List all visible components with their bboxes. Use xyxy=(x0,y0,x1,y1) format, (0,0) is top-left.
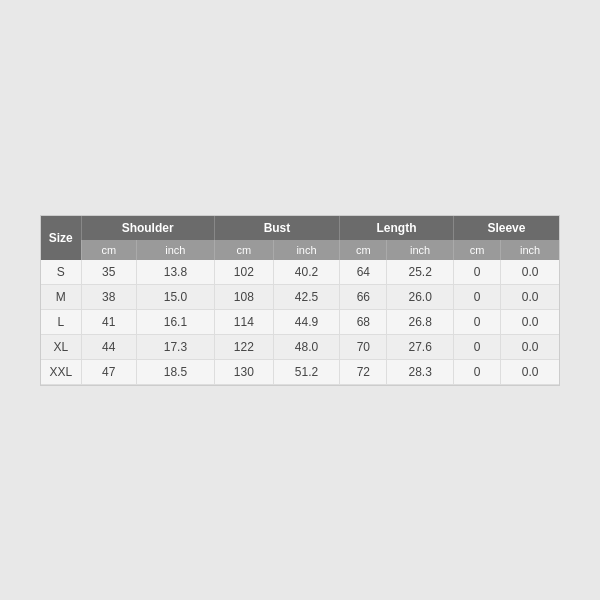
shoulder-cm-cell: 38 xyxy=(81,284,137,309)
shoulder-inch-subheader: inch xyxy=(137,240,215,260)
shoulder-inch-cell: 13.8 xyxy=(137,260,215,285)
sleeve-cm-cell: 0 xyxy=(453,334,500,359)
size-chart-table: Size Shoulder Bust Length Sleeve cm inch… xyxy=(41,216,559,385)
bust-cm-cell: 130 xyxy=(214,359,273,384)
length-inch-subheader: inch xyxy=(387,240,453,260)
length-group-header: Length xyxy=(340,216,454,240)
length-cm-cell: 70 xyxy=(340,334,387,359)
table-row: S3513.810240.26425.200.0 xyxy=(41,260,559,285)
bust-group-header: Bust xyxy=(214,216,339,240)
size-group-header: Size xyxy=(41,216,81,260)
shoulder-cm-cell: 41 xyxy=(81,309,137,334)
length-cm-cell: 64 xyxy=(340,260,387,285)
bust-cm-subheader: cm xyxy=(214,240,273,260)
length-cm-cell: 68 xyxy=(340,309,387,334)
length-inch-cell: 27.6 xyxy=(387,334,453,359)
shoulder-inch-cell: 18.5 xyxy=(137,359,215,384)
bust-inch-cell: 40.2 xyxy=(273,260,339,285)
table-row: M3815.010842.56626.000.0 xyxy=(41,284,559,309)
sleeve-inch-cell: 0.0 xyxy=(501,309,559,334)
size-cell: S xyxy=(41,260,81,285)
subheader-row: cm inch cm inch cm inch cm inch xyxy=(41,240,559,260)
sleeve-inch-cell: 0.0 xyxy=(501,284,559,309)
length-cm-cell: 72 xyxy=(340,359,387,384)
length-inch-cell: 28.3 xyxy=(387,359,453,384)
table-row: XL4417.312248.07027.600.0 xyxy=(41,334,559,359)
table-row: XXL4718.513051.27228.300.0 xyxy=(41,359,559,384)
size-cell: M xyxy=(41,284,81,309)
size-cell: XXL xyxy=(41,359,81,384)
size-chart-container: Size Shoulder Bust Length Sleeve cm inch… xyxy=(40,215,560,386)
shoulder-inch-cell: 16.1 xyxy=(137,309,215,334)
bust-cm-cell: 114 xyxy=(214,309,273,334)
length-inch-cell: 25.2 xyxy=(387,260,453,285)
sleeve-cm-cell: 0 xyxy=(453,260,500,285)
shoulder-group-header: Shoulder xyxy=(81,216,214,240)
shoulder-inch-cell: 17.3 xyxy=(137,334,215,359)
bust-cm-cell: 102 xyxy=(214,260,273,285)
group-header-row: Size Shoulder Bust Length Sleeve xyxy=(41,216,559,240)
bust-inch-subheader: inch xyxy=(273,240,339,260)
bust-inch-cell: 42.5 xyxy=(273,284,339,309)
bust-cm-cell: 122 xyxy=(214,334,273,359)
length-cm-cell: 66 xyxy=(340,284,387,309)
length-cm-subheader: cm xyxy=(340,240,387,260)
sleeve-inch-subheader: inch xyxy=(501,240,559,260)
sleeve-inch-cell: 0.0 xyxy=(501,359,559,384)
bust-inch-cell: 51.2 xyxy=(273,359,339,384)
bust-cm-cell: 108 xyxy=(214,284,273,309)
bust-inch-cell: 48.0 xyxy=(273,334,339,359)
sleeve-cm-subheader: cm xyxy=(453,240,500,260)
sleeve-cm-cell: 0 xyxy=(453,284,500,309)
table-row: L4116.111444.96826.800.0 xyxy=(41,309,559,334)
shoulder-cm-cell: 35 xyxy=(81,260,137,285)
shoulder-cm-subheader: cm xyxy=(81,240,137,260)
sleeve-cm-cell: 0 xyxy=(453,309,500,334)
bust-inch-cell: 44.9 xyxy=(273,309,339,334)
shoulder-inch-cell: 15.0 xyxy=(137,284,215,309)
length-inch-cell: 26.8 xyxy=(387,309,453,334)
length-inch-cell: 26.0 xyxy=(387,284,453,309)
sleeve-inch-cell: 0.0 xyxy=(501,260,559,285)
size-cell: L xyxy=(41,309,81,334)
sleeve-inch-cell: 0.0 xyxy=(501,334,559,359)
sleeve-cm-cell: 0 xyxy=(453,359,500,384)
size-cell: XL xyxy=(41,334,81,359)
sleeve-group-header: Sleeve xyxy=(453,216,559,240)
shoulder-cm-cell: 47 xyxy=(81,359,137,384)
shoulder-cm-cell: 44 xyxy=(81,334,137,359)
